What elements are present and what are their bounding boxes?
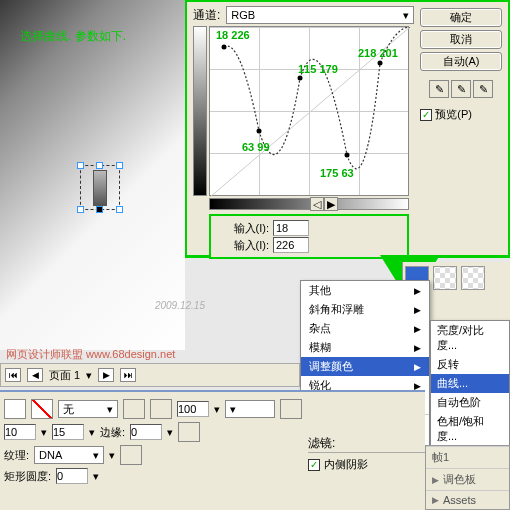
nav-next-icon[interactable]: ▶: [98, 368, 114, 382]
selection-marquee[interactable]: [80, 165, 120, 210]
texture-btn[interactable]: [120, 445, 142, 465]
fill-swatch[interactable]: [4, 399, 26, 419]
watermark: 2009.12.15: [155, 300, 205, 311]
curves-dialog: 通道: RGB▾ 18 226 115 179: [185, 0, 510, 258]
handle-tl[interactable]: [77, 162, 84, 169]
submenu-item-0[interactable]: 亮度/对比度...: [431, 321, 509, 355]
inner-shadow-checkbox[interactable]: ✓: [308, 459, 320, 471]
svg-point-2: [257, 129, 262, 134]
canvas: 选择曲线. 参数如下. 2009.12.15: [0, 0, 185, 350]
instruction-text: 选择曲线. 参数如下.: [20, 28, 126, 45]
menu-item-2[interactable]: 杂点▶: [301, 319, 429, 338]
svg-point-1: [222, 45, 227, 50]
val-input-2[interactable]: [52, 424, 84, 440]
cancel-button[interactable]: 取消: [420, 30, 502, 49]
page-nav-bar: ⏮ ◀ 页面 1▾ ▶ ⏭: [0, 363, 300, 387]
ok-button[interactable]: 确定: [420, 8, 502, 27]
menu-item-4[interactable]: 调整颜色▶: [301, 357, 429, 376]
handle-tm[interactable]: [96, 162, 103, 169]
point-label-5: 175 63: [320, 167, 354, 179]
edge-input[interactable]: [130, 424, 162, 440]
val-input-1[interactable]: [4, 424, 36, 440]
layer-thumb-2[interactable]: [433, 266, 457, 290]
preview-label: 预览(P): [435, 107, 472, 122]
preview-checkbox[interactable]: ✓: [420, 109, 432, 121]
channel-label: 通道:: [193, 7, 220, 24]
menu-item-3[interactable]: 模糊▶: [301, 338, 429, 357]
frame-row[interactable]: 帧1: [426, 446, 509, 468]
layer-thumb-3[interactable]: [461, 266, 485, 290]
rect-round-label: 矩形圆度:: [4, 469, 51, 484]
texture-label: 纹理:: [4, 448, 29, 463]
point-label-4: 63 99: [242, 141, 270, 153]
menu-item-1[interactable]: 斜角和浮雕▶: [301, 300, 429, 319]
handle-tr[interactable]: [116, 162, 123, 169]
submenu-item-2[interactable]: 曲线...: [431, 374, 509, 393]
output-field[interactable]: [273, 237, 309, 253]
page-label: 页面 1: [49, 368, 80, 383]
stroke-style-select[interactable]: 无▾: [58, 400, 118, 418]
submenu-item-3[interactable]: 自动色阶: [431, 393, 509, 412]
point-label-3: 218 201: [358, 47, 398, 59]
nav-last-icon[interactable]: ⏭: [120, 368, 136, 382]
point-label-1: 18 226: [216, 29, 250, 41]
selected-object[interactable]: [93, 170, 107, 206]
tool-btn-1[interactable]: [123, 399, 145, 419]
tool-btn-2[interactable]: [150, 399, 172, 419]
tri-left-icon[interactable]: ◁: [310, 197, 324, 211]
output-label: 输入(I):: [214, 238, 269, 253]
handle-bl[interactable]: [77, 206, 84, 213]
handle-bm[interactable]: [96, 206, 103, 213]
assets-panel-row[interactable]: ▶Assets: [426, 490, 509, 509]
eyedropper-gray-icon[interactable]: ✎: [451, 80, 471, 98]
gradient-horizontal: ◁ ▶: [209, 198, 409, 210]
submenu-item-4[interactable]: 色相/饱和度...: [431, 412, 509, 446]
blend-select[interactable]: ▾: [225, 400, 275, 418]
edge-btn[interactable]: [178, 422, 200, 442]
svg-point-4: [345, 153, 350, 158]
footer-credit: 网页设计师联盟 www.68design.net: [6, 347, 175, 362]
io-panel: 输入(I): 输入(I):: [209, 214, 409, 259]
inner-shadow-label: 内侧阴影: [324, 457, 368, 472]
eyedropper-white-icon[interactable]: ✎: [473, 80, 493, 98]
curves-grid[interactable]: 18 226 115 179 218 201 63 99 175 63: [209, 26, 409, 196]
svg-point-3: [298, 76, 303, 81]
eyedropper-black-icon[interactable]: ✎: [429, 80, 449, 98]
chevron-down-icon: ▾: [403, 9, 409, 22]
side-accordion: 帧1 ▶调色板 ▶Assets: [425, 445, 510, 510]
stroke-swatch[interactable]: [31, 399, 53, 419]
gradient-vertical: [193, 26, 207, 196]
color-panel-row[interactable]: ▶调色板: [426, 468, 509, 490]
svg-point-5: [378, 61, 383, 66]
rect-round-input[interactable]: [56, 468, 88, 484]
filter-label: 滤镜:: [308, 435, 335, 452]
point-label-2: 115 179: [298, 63, 338, 75]
auto-button[interactable]: 自动(A): [420, 52, 502, 71]
properties-toolbar: 无▾ ▾ ▾ ▾ ▾ 边缘: ▾ 纹理: DNA▾ ▾ 矩形圆度: ▾: [0, 390, 425, 510]
submenu-item-1[interactable]: 反转: [431, 355, 509, 374]
tool-btn-3[interactable]: [280, 399, 302, 419]
edge-label: 边缘:: [100, 425, 125, 440]
input-field[interactable]: [273, 220, 309, 236]
input-label: 输入(I):: [214, 221, 269, 236]
nav-first-icon[interactable]: ⏮: [5, 368, 21, 382]
channel-select[interactable]: RGB▾: [226, 6, 414, 24]
tri-right-icon[interactable]: ▶: [324, 197, 338, 211]
texture-select[interactable]: DNA▾: [34, 446, 104, 464]
opacity-input[interactable]: [177, 401, 209, 417]
inner-shadow-row: ✓ 内侧阴影: [308, 452, 433, 472]
nav-prev-icon[interactable]: ◀: [27, 368, 43, 382]
menu-item-0[interactable]: 其他▶: [301, 281, 429, 300]
handle-br[interactable]: [116, 206, 123, 213]
